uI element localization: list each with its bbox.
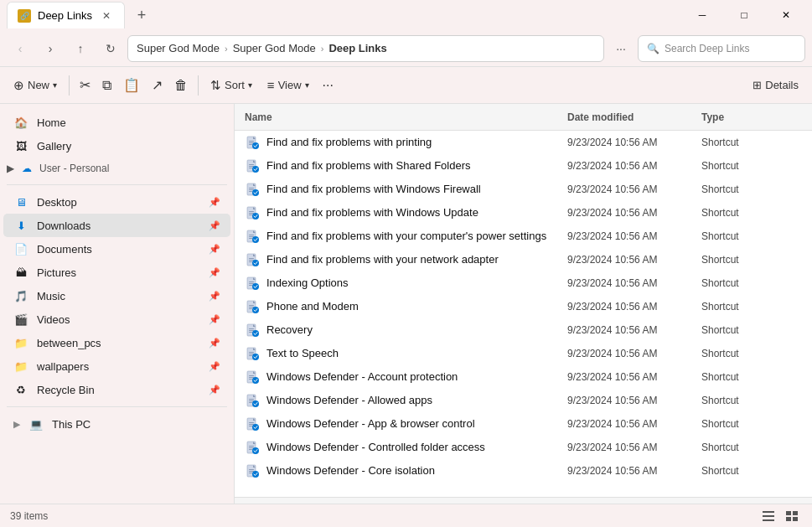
file-type: Shortcut bbox=[701, 183, 802, 195]
svg-rect-46 bbox=[249, 352, 254, 353]
sidebar-item-pictures[interactable]: 🏔 Pictures 📌 bbox=[3, 261, 230, 284]
table-row[interactable]: Windows Defender - Allowed apps 9/23/202… bbox=[235, 389, 812, 412]
sidebar-item-desktop[interactable]: 🖥 Desktop 📌 bbox=[3, 190, 230, 214]
sidebar-item-downloads[interactable]: ⬇ Downloads 📌 bbox=[3, 214, 230, 237]
up-button[interactable]: ↑ bbox=[67, 35, 94, 62]
details-label: Details bbox=[765, 79, 799, 91]
tab-close-button[interactable]: ✕ bbox=[99, 8, 114, 23]
active-tab[interactable]: 🔗 Deep Links ✕ bbox=[7, 2, 125, 28]
search-bar[interactable]: 🔍 Search Deep Links bbox=[638, 35, 805, 62]
more-toolbar-button[interactable]: ··· bbox=[318, 72, 339, 99]
svg-rect-66 bbox=[249, 446, 254, 447]
svg-rect-43 bbox=[249, 332, 252, 333]
file-type: Shortcut bbox=[701, 418, 802, 430]
view-toggle-buttons bbox=[758, 506, 802, 526]
table-row[interactable]: Find and fix problems with your network … bbox=[235, 248, 812, 271]
between-pcs-pin: 📌 bbox=[209, 338, 220, 349]
table-row[interactable]: Find and fix problems with Windows Updat… bbox=[235, 201, 812, 225]
sidebar-item-wallpapers[interactable]: 📁 wallpapers 📌 bbox=[3, 354, 230, 378]
table-row[interactable]: Phone and Modem 9/23/2024 10:56 AM Short… bbox=[235, 295, 812, 318]
cut-button[interactable]: ✂ bbox=[75, 72, 96, 99]
maximize-button[interactable]: □ bbox=[725, 0, 763, 30]
table-row[interactable]: Find and fix problems with Windows Firew… bbox=[235, 178, 812, 201]
col-header-date[interactable]: Date modified bbox=[567, 111, 701, 123]
refresh-button[interactable]: ↻ bbox=[97, 35, 124, 62]
sidebar-item-home[interactable]: 🏠 Home bbox=[3, 111, 230, 134]
table-row[interactable]: Windows Defender - Controlled folder acc… bbox=[235, 436, 812, 459]
toolbar-separator-2 bbox=[198, 75, 199, 96]
svg-rect-21 bbox=[249, 235, 254, 235]
share-button[interactable]: ↗ bbox=[147, 72, 168, 99]
file-name: Windows Defender - Account protection bbox=[266, 370, 567, 383]
sidebar-item-between-pcs[interactable]: 📁 between_pcs 📌 bbox=[3, 331, 230, 354]
file-date: 9/23/2024 10:56 AM bbox=[567, 465, 701, 477]
copy-button[interactable]: ⧉ bbox=[97, 72, 116, 99]
svg-point-64 bbox=[252, 424, 259, 431]
svg-rect-51 bbox=[249, 375, 254, 376]
expand-this-pc-icon: ▶ bbox=[13, 419, 20, 430]
breadcrumb-part-1[interactable]: Super God Mode bbox=[137, 42, 220, 54]
details-view-button[interactable] bbox=[782, 506, 802, 526]
file-type: Shortcut bbox=[701, 324, 802, 336]
svg-rect-77 bbox=[763, 519, 774, 521]
videos-icon: 🎬 bbox=[13, 312, 28, 327]
svg-rect-72 bbox=[249, 471, 254, 472]
list-view-button[interactable] bbox=[758, 506, 778, 526]
table-row[interactable]: Windows Defender - App & browser control… bbox=[235, 412, 812, 436]
file-type: Shortcut bbox=[701, 371, 802, 383]
table-row[interactable]: Find and fix problems with your computer… bbox=[235, 225, 812, 248]
delete-button[interactable]: 🗑 bbox=[169, 72, 193, 99]
table-row[interactable]: Indexing Options 9/23/2024 10:56 AM Shor… bbox=[235, 271, 812, 295]
file-date: 9/23/2024 10:56 AM bbox=[567, 442, 701, 453]
table-row[interactable]: Text to Speech 9/23/2024 10:56 AM Shortc… bbox=[235, 342, 812, 365]
sidebar-item-recycle-bin[interactable]: ♻ Recycle Bin 📌 bbox=[3, 378, 230, 401]
sort-button[interactable]: ⇅ Sort ▾ bbox=[204, 72, 259, 99]
sidebar-item-music[interactable]: 🎵 Music 📌 bbox=[3, 284, 230, 307]
minimize-button[interactable]: ─ bbox=[683, 0, 721, 30]
table-row[interactable]: Windows Defender - Core isolation 9/23/2… bbox=[235, 459, 812, 483]
sidebar-item-gallery[interactable]: 🖼 Gallery bbox=[3, 134, 230, 158]
paste-button[interactable]: 📋 bbox=[118, 72, 145, 99]
file-icon bbox=[245, 346, 260, 361]
col-header-name[interactable]: Name bbox=[245, 111, 567, 123]
sidebar-item-wallpapers-label: wallpapers bbox=[37, 360, 89, 373]
sidebar-item-recycle-bin-label: Recycle Bin bbox=[37, 384, 95, 396]
table-row[interactable]: Recovery 9/23/2024 10:56 AM Shortcut bbox=[235, 318, 812, 342]
sidebar-group-expand[interactable]: ▶ ☁ User - Personal bbox=[0, 158, 234, 179]
table-row[interactable]: Find and fix problems with printing 9/23… bbox=[235, 131, 812, 154]
details-icon: ⊞ bbox=[753, 79, 762, 91]
details-button[interactable]: ⊞ Details bbox=[746, 72, 805, 99]
new-tab-button[interactable]: + bbox=[128, 2, 155, 28]
svg-rect-53 bbox=[249, 379, 252, 380]
file-icon bbox=[245, 252, 260, 267]
forward-button[interactable]: › bbox=[37, 35, 64, 62]
svg-point-44 bbox=[252, 330, 259, 337]
horizontal-scrollbar-area[interactable] bbox=[235, 497, 812, 504]
search-icon: 🔍 bbox=[647, 43, 659, 54]
sidebar-item-this-pc[interactable]: ▶ 💻 This PC bbox=[3, 412, 230, 436]
table-row[interactable]: Windows Defender - Account protection 9/… bbox=[235, 365, 812, 389]
more-nav-button[interactable]: ··· bbox=[608, 35, 634, 62]
close-button[interactable]: ✕ bbox=[767, 0, 805, 30]
view-button[interactable]: ≡ View ▾ bbox=[261, 72, 316, 99]
file-date: 9/23/2024 10:56 AM bbox=[567, 395, 701, 406]
pictures-icon: 🏔 bbox=[13, 265, 28, 280]
sidebar-item-videos[interactable]: 🎬 Videos 📌 bbox=[3, 307, 230, 331]
col-header-type[interactable]: Type bbox=[701, 111, 802, 123]
toolbar: ⊕ New ▾ ✂ ⧉ 📋 ↗ 🗑 ⇅ Sort ▾ ≡ View ▾ ··· … bbox=[0, 67, 812, 104]
svg-point-29 bbox=[252, 260, 259, 266]
breadcrumb-part-2[interactable]: Super God Mode bbox=[233, 42, 316, 54]
file-name: Find and fix problems with your computer… bbox=[266, 230, 567, 242]
sort-icon: ⇅ bbox=[210, 78, 221, 93]
table-row[interactable]: Find and fix problems with Shared Folder… bbox=[235, 154, 812, 178]
title-bar-left: 🔗 Deep Links ✕ + bbox=[7, 2, 683, 28]
recycle-bin-icon: ♻ bbox=[13, 382, 28, 397]
file-name: Windows Defender - Allowed apps bbox=[266, 394, 567, 406]
new-button[interactable]: ⊕ New ▾ bbox=[7, 72, 64, 99]
sort-dropdown-icon: ▾ bbox=[248, 80, 252, 90]
file-icon bbox=[245, 205, 260, 220]
address-bar[interactable]: Super God Mode › Super God Mode › Deep L… bbox=[127, 35, 604, 62]
tab-title: Deep Links bbox=[38, 9, 92, 22]
back-button[interactable]: ‹ bbox=[7, 35, 34, 62]
sidebar-item-documents[interactable]: 📄 Documents 📌 bbox=[3, 237, 230, 261]
